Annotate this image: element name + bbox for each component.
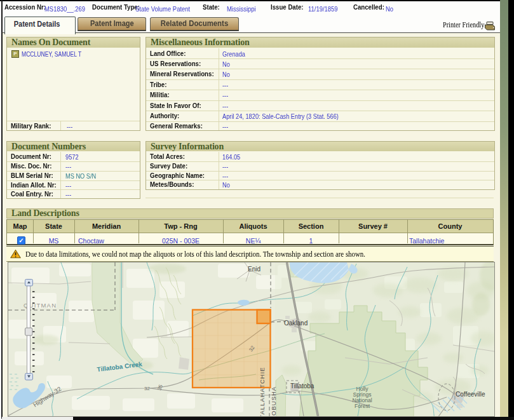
- svg-text:Tillatoba: Tillatoba: [290, 383, 314, 390]
- svg-text:YALOBUSHA: YALOBUSHA: [270, 386, 277, 416]
- svg-text:32: 32: [144, 386, 150, 391]
- svg-text:TALLAHATCHIE: TALLAHATCHIE: [259, 367, 266, 416]
- svg-text:Coffeeville: Coffeeville: [456, 391, 485, 398]
- svg-text:Enid: Enid: [248, 266, 260, 273]
- svg-text:Forest: Forest: [355, 403, 370, 409]
- svg-text:Oakland: Oakland: [284, 320, 308, 327]
